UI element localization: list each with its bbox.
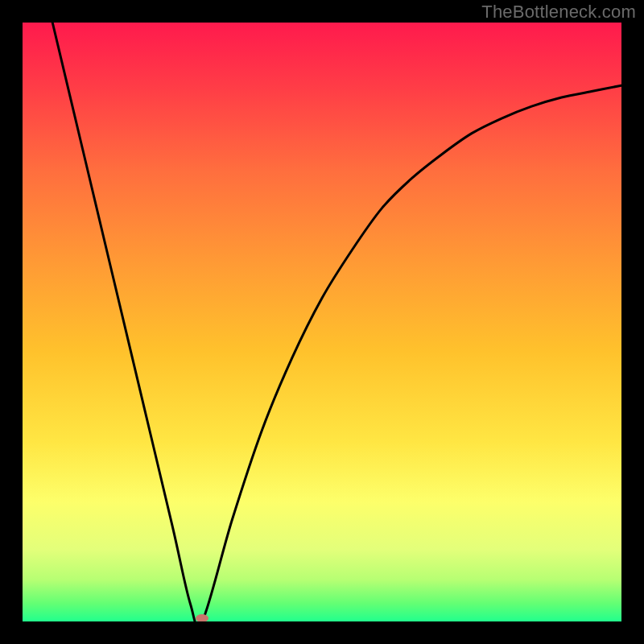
watermark-text: TheBottleneck.com xyxy=(481,2,636,23)
plot-area xyxy=(23,23,621,621)
vertex-dot xyxy=(196,614,208,621)
chart-frame: TheBottleneck.com xyxy=(0,0,644,644)
curve-svg xyxy=(23,23,621,621)
curve-path xyxy=(52,23,621,621)
